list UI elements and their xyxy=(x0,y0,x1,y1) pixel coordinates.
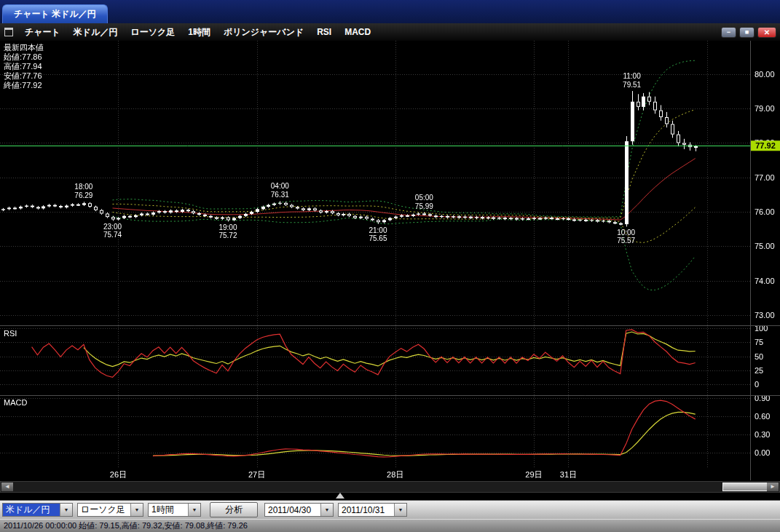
chart-tab[interactable]: チャート 米ドル／円 xyxy=(2,4,108,23)
chart-type-select-value: ローソク足 xyxy=(78,504,130,516)
window-icon xyxy=(4,28,13,36)
info-box-title: 最新四本値 xyxy=(4,43,44,52)
menu-item-macd[interactable]: MACD xyxy=(338,27,377,37)
menu-item-chart[interactable]: チャート xyxy=(18,26,67,39)
menu-item-rsi[interactable]: RSI xyxy=(310,27,338,37)
timeframe-select[interactable]: 1時間 ▼ xyxy=(148,503,201,517)
menu-bar: チャート 米ドル／円 ローソク足 1時間 ボリンジャーバンド RSI MACD … xyxy=(0,23,780,41)
chart-tab-label: チャート 米ドル／円 xyxy=(14,8,96,20)
dropdown-arrow-icon[interactable]: ▼ xyxy=(394,504,406,516)
scrollbar-thumb[interactable] xyxy=(722,483,768,491)
scroll-left-icon[interactable]: ◄ xyxy=(1,483,13,491)
info-box-close: 終値:77.92 xyxy=(4,81,44,90)
ohlc-info-box: 最新四本値 始値:77.86 高値:77.94 安値:77.76 終値:77.9… xyxy=(4,43,44,90)
menu-item-symbol[interactable]: 米ドル／円 xyxy=(67,26,125,39)
status-bar: 2011/10/26 00:00:00 始値: 79.15,高値: 79.32,… xyxy=(0,519,780,532)
status-bar-text: 2011/10/26 00:00:00 始値: 79.15,高値: 79.32,… xyxy=(4,520,248,531)
menu-item-timeframe[interactable]: 1時間 xyxy=(181,26,217,39)
chart-area: 最新四本値 始値:77.86 高値:77.94 安値:77.76 終値:77.9… xyxy=(0,41,780,480)
tab-bar: チャート 米ドル／円 xyxy=(0,0,780,23)
date-to-select[interactable]: 2011/10/31 ▼ xyxy=(338,503,407,517)
date-from-value: 2011/04/30 xyxy=(265,504,320,516)
menu-item-candle-type[interactable]: ローソク足 xyxy=(124,26,181,39)
rsi-panel-label: RSI xyxy=(4,329,17,338)
toolbar: 米ドル／円 ▼ ローソク足 ▼ 1時間 ▼ 分析 2011/04/30 ▼ 20… xyxy=(0,500,780,519)
info-box-high: 高値:77.94 xyxy=(4,62,44,71)
date-to-value: 2011/10/31 xyxy=(339,504,394,516)
close-button[interactable]: ✕ xyxy=(757,27,776,38)
symbol-select-value: 米ドル／円 xyxy=(3,504,60,516)
info-box-open: 始値:77.86 xyxy=(4,52,44,62)
position-marker-icon[interactable] xyxy=(336,493,344,499)
dropdown-arrow-icon[interactable]: ▼ xyxy=(188,504,200,516)
minimize-button[interactable]: − xyxy=(721,27,736,38)
menu-item-bollinger[interactable]: ボリンジャーバンド xyxy=(217,26,310,39)
maximize-button[interactable]: ■ xyxy=(739,27,755,38)
dropdown-arrow-icon[interactable]: ▼ xyxy=(130,504,143,516)
dropdown-arrow-icon[interactable]: ▼ xyxy=(320,504,333,516)
chart-canvas[interactable] xyxy=(0,41,780,480)
timeframe-select-value: 1時間 xyxy=(149,504,188,516)
macd-panel-label: MACD xyxy=(4,398,27,407)
dropdown-arrow-icon[interactable]: ▼ xyxy=(60,504,72,516)
info-box-low: 安値:77.76 xyxy=(4,71,44,81)
scroll-right-icon[interactable]: ► xyxy=(767,483,779,491)
chart-type-select[interactable]: ローソク足 ▼ xyxy=(77,503,143,517)
date-from-select[interactable]: 2011/04/30 ▼ xyxy=(264,503,334,517)
symbol-select[interactable]: 米ドル／円 ▼ xyxy=(2,503,73,517)
analyze-button[interactable]: 分析 xyxy=(210,502,258,517)
window-controls: − ■ ✕ xyxy=(721,27,776,38)
chart-scrollbar[interactable]: ◄ ► xyxy=(0,481,780,493)
